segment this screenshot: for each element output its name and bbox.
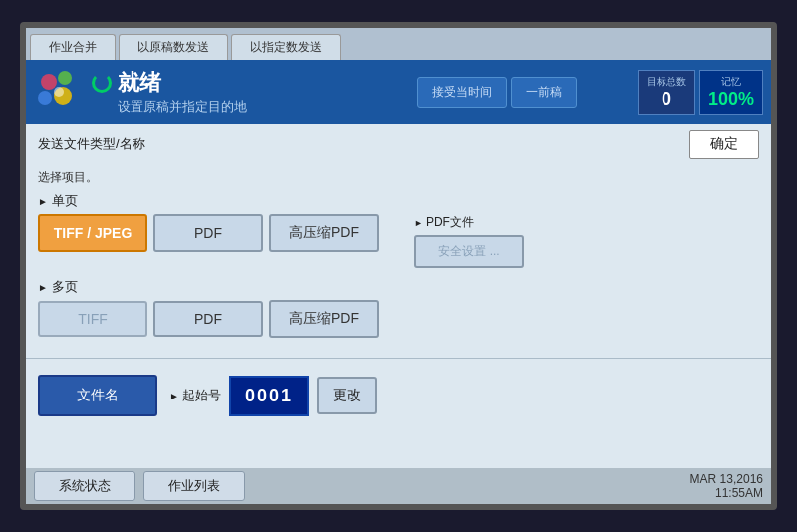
header-right: 目标总数 0 记忆 100%: [638, 70, 763, 115]
multi-page-label: 多页: [38, 278, 759, 296]
multi-page-buttons: TIFF PDF 高压缩PDF: [38, 300, 759, 338]
accept-time-btn[interactable]: 接受当时间: [417, 77, 507, 108]
tab-by-specified[interactable]: 以指定数发送: [231, 34, 341, 60]
start-num-label: 起始号: [169, 387, 221, 404]
filename-button[interactable]: 文件名: [38, 375, 157, 416]
single-page-buttons: TIFF / JPEG PDF 高压缩PDF: [38, 214, 379, 252]
tiff-jpeg-button[interactable]: TIFF / JPEG: [38, 214, 147, 252]
pdf-files-section: PDF文件 安全设置 ...: [414, 214, 524, 268]
tiff-button-multi[interactable]: TIFF: [38, 301, 147, 337]
pdf-files-label: PDF文件: [414, 214, 524, 231]
header-buttons: 接受当时间 一前稿: [365, 77, 630, 108]
status-bar: 系统状态 作业列表 MAR 13,2016 11:55AM: [26, 468, 771, 504]
select-label: 选择项目。: [38, 170, 98, 184]
confirm-button[interactable]: 确定: [689, 130, 759, 159]
svg-point-0: [41, 74, 57, 90]
header: 就绪 设置原稿并指定目的地 接受当时间 一前稿 目标总数 0: [26, 60, 771, 124]
status-subtitle: 设置原稿并指定目的地: [118, 98, 357, 116]
divider: [26, 358, 771, 359]
tab-merge[interactable]: 作业合并: [30, 34, 116, 60]
file-type-title: 发送文件类型/名称: [38, 135, 145, 153]
top-tabs: 作业合并 以原稿数发送 以指定数发送: [26, 28, 771, 60]
content-area: 发送文件类型/名称 确定 选择项目。 单页 TIFF / JPEG: [26, 124, 771, 468]
start-number-area: 起始号 0001 更改: [169, 376, 377, 416]
target-counter: 目标总数 0: [638, 70, 695, 115]
change-button[interactable]: 更改: [317, 377, 377, 414]
status-spinner-icon: [92, 73, 112, 93]
logo: [34, 67, 84, 117]
high-compress-pdf-button-single[interactable]: 高压缩PDF: [269, 214, 379, 252]
svg-point-4: [54, 87, 64, 97]
status-area: 就绪 设置原稿并指定目的地: [92, 68, 357, 116]
screen-frame: 作业合并 以原稿数发送 以指定数发送: [20, 22, 777, 510]
security-settings-button[interactable]: 安全设置 ...: [414, 235, 524, 268]
pdf-button-single[interactable]: PDF: [153, 214, 263, 252]
single-page-label: 单页: [38, 192, 759, 210]
prev-btn[interactable]: 一前稿: [511, 77, 577, 108]
high-compress-pdf-button-multi[interactable]: 高压缩PDF: [269, 300, 379, 338]
bottom-section: 文件名 起始号 0001 更改: [26, 367, 771, 424]
svg-point-2: [38, 91, 52, 105]
svg-point-1: [58, 71, 72, 85]
system-status-button[interactable]: 系统状态: [34, 471, 135, 501]
pdf-button-multi[interactable]: PDF: [153, 301, 263, 337]
job-list-button[interactable]: 作业列表: [143, 471, 245, 501]
status-title-text: 就绪: [118, 68, 161, 98]
logo-icon: [35, 68, 83, 116]
start-number-display: 0001: [229, 376, 309, 416]
datetime-display: MAR 13,2016 11:55AM: [690, 472, 763, 500]
tab-by-originals[interactable]: 以原稿数发送: [119, 34, 228, 60]
memory-display: 记忆 100%: [699, 70, 763, 115]
